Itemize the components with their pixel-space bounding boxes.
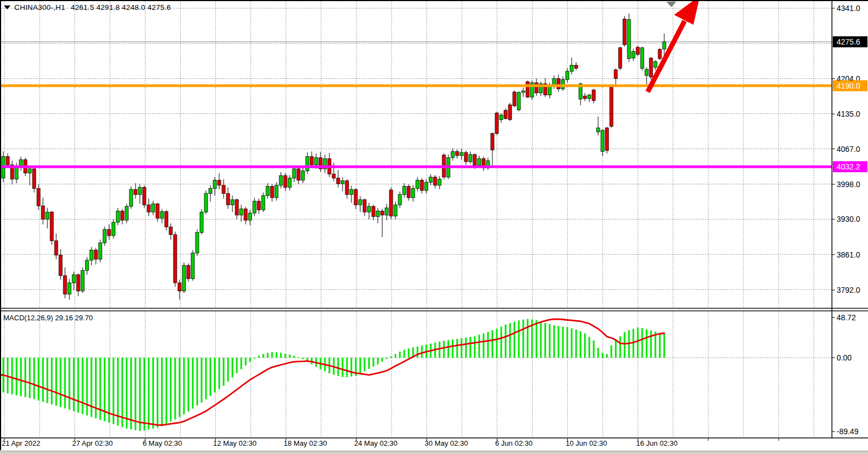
macd-histogram-bar <box>549 324 551 358</box>
candle-body <box>367 206 371 212</box>
price-tick-label: 3861.0 <box>837 250 860 259</box>
macd-histogram-bar <box>646 329 648 358</box>
candle-body <box>77 275 80 291</box>
candle-body <box>182 265 186 291</box>
price-axis[interactable]: 4341.04204.04135.04067.03998.03930.03861… <box>832 4 867 436</box>
trend-arrow[interactable] <box>648 0 700 92</box>
candle-body <box>469 155 472 162</box>
candle-body <box>235 200 238 215</box>
candle-body <box>41 206 45 219</box>
chart-shift-marker-icon[interactable] <box>666 2 676 7</box>
macd-histogram-bar <box>399 352 401 358</box>
candle-body <box>169 227 172 234</box>
candle-body <box>570 65 573 72</box>
macd-histogram-bar <box>443 341 445 358</box>
macd-histogram-bar <box>554 325 555 358</box>
macd-histogram-bar <box>642 328 643 358</box>
macd-histogram-bar <box>86 358 88 415</box>
candle-body <box>279 176 283 185</box>
macd-histogram-bar <box>201 358 203 402</box>
macd-histogram-bar <box>386 358 388 359</box>
chart-canvas[interactable]: 4341.04204.04135.04067.03998.03930.03861… <box>0 0 868 454</box>
macd-histogram-bar <box>540 321 542 358</box>
candle-body <box>156 204 159 218</box>
trend-arrow-shaft[interactable] <box>648 21 685 92</box>
candle-body <box>213 180 216 188</box>
macd-histogram-bar <box>179 358 181 417</box>
candle-body <box>306 157 309 171</box>
candle-body <box>491 134 494 150</box>
macd-histogram-bar <box>496 329 498 358</box>
candle-body <box>522 91 525 92</box>
candle-body <box>116 211 120 222</box>
macd-histogram-bar <box>47 358 48 403</box>
support-price-badge-label: 4032.2 <box>837 162 860 171</box>
candle-body <box>37 188 40 206</box>
candle-body <box>513 92 516 106</box>
candle-body <box>301 171 305 180</box>
macd-histogram-bar <box>298 358 300 358</box>
macd-histogram-bar <box>571 329 573 358</box>
macd-histogram-bar <box>368 358 370 369</box>
macd-histogram-bar <box>598 348 599 358</box>
macd-histogram-bar <box>42 358 44 402</box>
pane-borders <box>0 0 868 450</box>
chart-title-bar: CHINA300-,H1 4261.5 4291.8 4248.0 4275.6 <box>4 3 171 12</box>
macd-bottom-border <box>0 437 868 439</box>
time-label: 16 Jun 02:30 <box>636 439 677 447</box>
macd-histogram-bar <box>12 358 13 395</box>
macd-histogram-bar <box>346 358 348 377</box>
macd-histogram-bar <box>492 330 493 358</box>
macd-histogram-bar <box>373 358 375 367</box>
macd-histogram-bar <box>606 354 608 358</box>
macd-histogram-bar <box>139 358 141 431</box>
macd-histogram-bar <box>56 358 57 406</box>
candle-body <box>385 208 388 215</box>
macd-histogram-bar <box>457 339 458 358</box>
candle-body <box>143 187 146 205</box>
macd-histogram-bar <box>219 358 220 389</box>
macd-histogram-bar <box>562 327 564 358</box>
macd-histogram-bar <box>342 358 344 377</box>
macd-histogram-bar <box>593 341 595 358</box>
macd-histogram-bar <box>615 341 617 358</box>
candle-body <box>478 158 481 165</box>
candle-body <box>654 62 657 67</box>
price-tick-label: 3792.0 <box>837 286 860 294</box>
time-axis[interactable]: 21 Apr 202227 Apr 02:306 May 02:3012 May… <box>0 439 832 450</box>
candle-body <box>151 204 155 212</box>
candle-body <box>583 96 587 99</box>
macd-tick-label: 48.72 <box>837 313 856 322</box>
macd-histogram-bar <box>197 358 198 406</box>
macd-histogram-bar <box>408 348 410 358</box>
macd-histogram-bar <box>192 358 194 408</box>
macd-histogram-bar <box>69 358 70 410</box>
macd-histogram-bar <box>360 358 361 374</box>
candle-body <box>460 152 463 156</box>
macd-histogram-bar <box>439 342 441 358</box>
candle-body <box>451 151 454 157</box>
pane-separator[interactable] <box>0 308 868 309</box>
macd-histogram-bar <box>302 358 304 359</box>
macd-histogram-bar <box>576 330 577 358</box>
window-bottom-frame <box>0 451 868 454</box>
price-tick-label: 4341.0 <box>837 4 860 13</box>
candle-body <box>257 201 261 210</box>
macd-histogram-bar <box>338 358 339 376</box>
candle-body <box>262 195 265 210</box>
macd-histogram-bar <box>351 358 352 376</box>
symbol-dropdown-icon[interactable] <box>4 6 10 9</box>
macd-histogram-bar <box>390 357 392 358</box>
candle-body <box>627 20 631 59</box>
pane-separator[interactable] <box>0 310 868 311</box>
macd-histogram-bar <box>205 358 207 400</box>
trend-arrow-head[interactable] <box>674 0 700 25</box>
resistance-price-badge-label: 4190.0 <box>837 81 860 90</box>
macd-histogram-bar <box>514 322 516 358</box>
candle-body <box>310 157 313 165</box>
macd-histogram-bar <box>285 354 286 358</box>
macd-histogram-bar <box>73 358 75 411</box>
macd-histogram-bar <box>395 354 397 358</box>
macd-histogram-bar <box>289 354 291 358</box>
time-label: 6 May 02:30 <box>143 439 182 447</box>
